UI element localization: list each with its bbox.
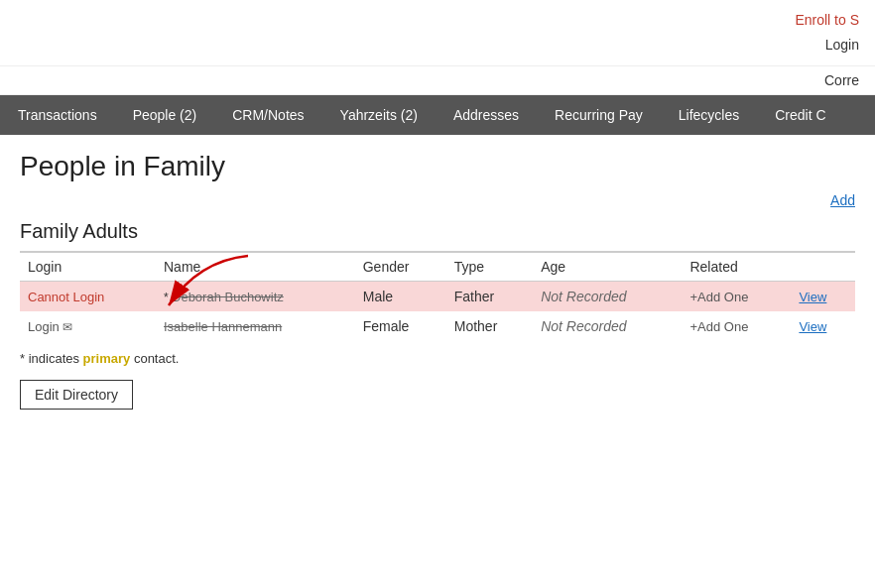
primary-star-0: * [164, 291, 172, 304]
age-cell-1: Not Recorded [533, 311, 682, 341]
table-header- [791, 252, 855, 282]
nav-tab-link-addresses[interactable]: Addresses [436, 95, 537, 135]
type-cell-0: Father [446, 282, 533, 312]
nav-tab-link-crm[interactable]: CRM/Notes [214, 95, 321, 135]
table-header-type: Type [446, 252, 533, 282]
action-cell-0: View [791, 282, 855, 312]
nav-tab-link-people[interactable]: People (2) [115, 95, 215, 135]
nav-tab-people[interactable]: People (2) [115, 95, 215, 135]
nav-tab-yahrzeits[interactable]: Yahrzeits (2) [322, 95, 436, 135]
gender-cell-0: Male [355, 282, 446, 312]
age-cell-0: Not Recorded [533, 282, 682, 312]
nav-tab-transactions[interactable]: Transactions [0, 95, 115, 135]
login-status-1: Login ✉ [28, 319, 72, 334]
view-link-1[interactable]: View [799, 319, 826, 334]
name-cell-1: Isabelle Hannemann [156, 311, 355, 341]
login-icon-1: ✉ [60, 320, 72, 334]
nav-tab-link-recurring[interactable]: Recurring Pay [537, 95, 661, 135]
footnote-contact: contact. [130, 351, 179, 366]
nav-tabs: TransactionsPeople (2)CRM/NotesYahrzeits… [0, 95, 875, 135]
add-one-1[interactable]: +Add One [689, 319, 748, 334]
table-row: Cannot Login* Deborah BuchowitzMaleFathe… [20, 282, 855, 312]
table-row: Login ✉Isabelle HannemannFemaleMotherNot… [20, 311, 855, 341]
add-link-row: Add [20, 192, 855, 208]
people-table: LoginNameGenderTypeAgeRelated Cannot Log… [20, 251, 855, 341]
nav-tab-recurring[interactable]: Recurring Pay [537, 95, 661, 135]
enroll-link[interactable]: Enroll to S [16, 8, 859, 33]
table-header-related: Related [682, 252, 791, 282]
table-header-name: Name [156, 252, 355, 282]
person-name-1: Isabelle Hannemann [164, 319, 282, 334]
view-link-0[interactable]: View [799, 290, 826, 304]
table-header-age: Age [533, 252, 682, 282]
table-header-row: LoginNameGenderTypeAgeRelated [20, 252, 855, 282]
login-status-0: Cannot Login [28, 290, 104, 304]
add-link[interactable]: Add [830, 192, 855, 208]
related-cell-0: +Add One [682, 282, 791, 312]
nav-tab-link-credit[interactable]: Credit C [757, 95, 843, 135]
nav-tab-link-lifecycles[interactable]: Lifecycles [661, 95, 757, 135]
footnote: * indicates primary contact. [20, 351, 855, 366]
footnote-star: * indicates [20, 351, 83, 366]
nav-tab-link-yahrzeits[interactable]: Yahrzeits (2) [322, 95, 436, 135]
nav-tab-link-transactions[interactable]: Transactions [0, 95, 115, 135]
footnote-primary: primary [83, 351, 131, 366]
nav-tab-crm[interactable]: CRM/Notes [214, 95, 321, 135]
login-cell-1: Login ✉ [20, 311, 156, 341]
edit-directory-button[interactable]: Edit Directory [20, 380, 133, 410]
login-link[interactable]: Login [16, 33, 859, 58]
table-header-gender: Gender [355, 252, 446, 282]
table-header-login: Login [20, 252, 156, 282]
corre-text: Corre [824, 72, 859, 88]
nav-tab-addresses[interactable]: Addresses [436, 95, 537, 135]
top-bar: Enroll to S Login [0, 0, 875, 66]
add-one-0[interactable]: +Add One [689, 290, 748, 304]
person-name-0: Deborah Buchowitz [172, 290, 284, 304]
nav-tab-lifecycles[interactable]: Lifecycles [661, 95, 757, 135]
nav-tab-credit[interactable]: Credit C [757, 95, 843, 135]
main-content: People in Family Add Family Adults Login… [0, 135, 875, 425]
type-cell-1: Mother [446, 311, 533, 341]
login-cell-0: Cannot Login [20, 282, 156, 312]
corre-area: Corre [0, 66, 875, 95]
name-cell-0: * Deborah Buchowitz [156, 282, 355, 312]
gender-cell-1: Female [355, 311, 446, 341]
action-cell-1: View [791, 311, 855, 341]
page-title: People in Family [20, 151, 855, 182]
section-title: Family Adults [20, 220, 855, 243]
related-cell-1: +Add One [682, 311, 791, 341]
